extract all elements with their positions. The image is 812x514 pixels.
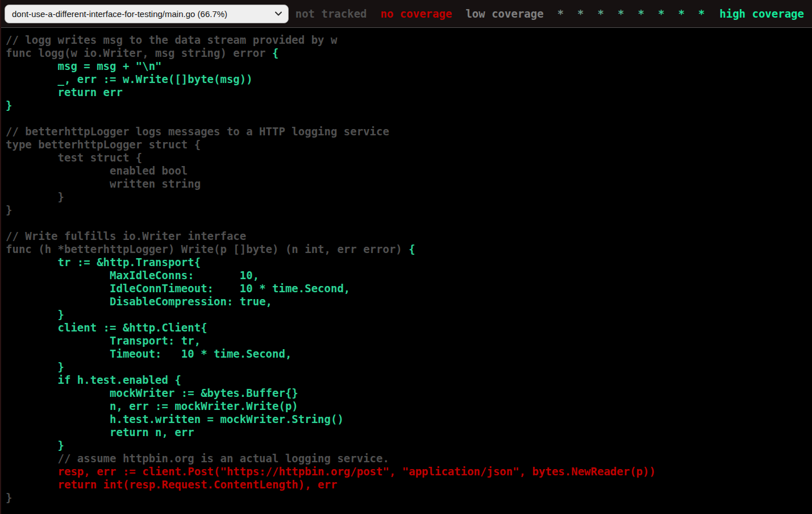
legend-low-coverage: low coverage — [465, 7, 543, 20]
legend-gradient-step: * — [678, 7, 684, 20]
code-segment-cov0: resp, err := client.Post("https://httpbi… — [6, 465, 656, 491]
code-segment-untracked: } — [6, 491, 12, 504]
code-segment-untracked: // logg writes msg to the data stream pr… — [6, 34, 337, 59]
legend-gradient-step: * — [598, 7, 604, 20]
file-select[interactable]: dont-use-a-different-interface-for-testi… — [5, 5, 289, 23]
chevron-down-icon — [274, 11, 282, 16]
legend-gradient-step: * — [577, 7, 584, 20]
legend-not-tracked: not tracked — [295, 7, 367, 20]
code-segment-cov8: { tr := &http.Transport{ MaxIdleConns: 1… — [6, 243, 415, 386]
coverage-legend: not tracked no coverage low coverage ***… — [289, 7, 812, 20]
legend-gradient-step: * — [557, 7, 564, 20]
code: // logg writes msg to the data stream pr… — [6, 34, 812, 504]
legend-gradient-step: * — [698, 7, 705, 20]
legend-gradient-step: * — [658, 7, 664, 20]
legend-high-coverage: high coverage — [719, 7, 804, 20]
legend-gradient-step: * — [618, 7, 624, 20]
content-area: // logg writes msg to the data stream pr… — [0, 28, 812, 514]
window-edge — [0, 0, 1, 514]
file-select-value: dont-use-a-different-interface-for-testi… — [12, 9, 227, 19]
topbar: dont-use-a-different-interface-for-testi… — [0, 0, 812, 28]
legend-no-coverage: no coverage — [381, 7, 452, 20]
legend-gradient-step: * — [638, 7, 644, 20]
code-segment-untracked: // betterhttpLogger logs messages to a H… — [6, 125, 409, 255]
